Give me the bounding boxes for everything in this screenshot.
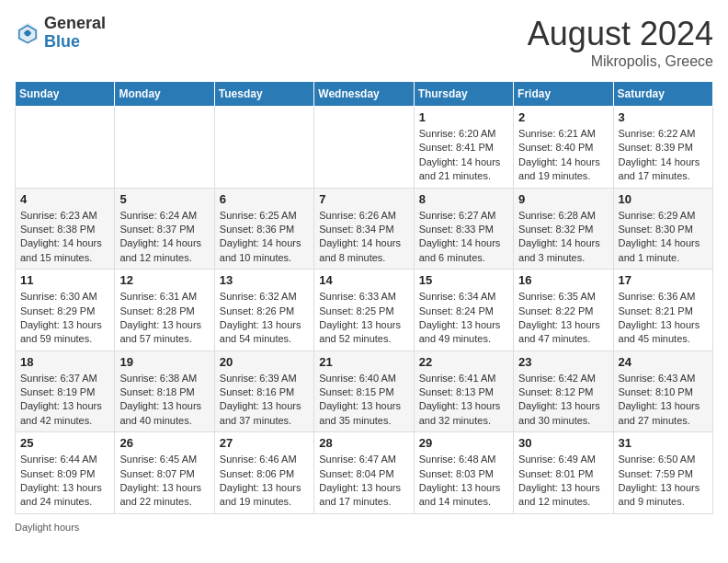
cell-date: 12 bbox=[119, 273, 209, 287]
calendar-cell: 9Sunrise: 6:28 AM Sunset: 8:32 PM Daylig… bbox=[514, 188, 613, 270]
calendar-cell: 1Sunrise: 6:20 AM Sunset: 8:41 PM Daylig… bbox=[414, 107, 513, 189]
cell-date: 1 bbox=[419, 110, 508, 124]
cell-date: 18 bbox=[20, 355, 109, 369]
calendar-cell: 26Sunrise: 6:45 AM Sunset: 8:07 PM Dayli… bbox=[115, 432, 214, 514]
cell-info: Sunrise: 6:49 AM Sunset: 8:01 PM Dayligh… bbox=[518, 453, 608, 510]
cell-info: Sunrise: 6:34 AM Sunset: 8:24 PM Dayligh… bbox=[419, 290, 508, 347]
week-row-5: 25Sunrise: 6:44 AM Sunset: 8:09 PM Dayli… bbox=[16, 432, 713, 514]
cell-date: 11 bbox=[20, 273, 109, 287]
cell-date: 14 bbox=[319, 273, 408, 287]
cell-date: 21 bbox=[319, 355, 408, 369]
calendar-cell bbox=[314, 107, 414, 189]
cell-date: 16 bbox=[518, 273, 608, 287]
week-row-4: 18Sunrise: 6:37 AM Sunset: 8:19 PM Dayli… bbox=[16, 350, 713, 432]
logo-icon bbox=[15, 20, 40, 46]
calendar-cell: 25Sunrise: 6:44 AM Sunset: 8:09 PM Dayli… bbox=[16, 432, 115, 514]
cell-info: Sunrise: 6:27 AM Sunset: 8:33 PM Dayligh… bbox=[419, 209, 508, 266]
cell-info: Sunrise: 6:42 AM Sunset: 8:12 PM Dayligh… bbox=[518, 372, 608, 429]
cell-date: 8 bbox=[419, 192, 508, 206]
cell-info: Sunrise: 6:32 AM Sunset: 8:26 PM Dayligh… bbox=[220, 290, 309, 347]
cell-date: 2 bbox=[518, 110, 608, 124]
title-block: August 2024 Mikropolis, Greece bbox=[528, 15, 713, 70]
cell-info: Sunrise: 6:45 AM Sunset: 8:07 PM Dayligh… bbox=[119, 453, 209, 510]
calendar-cell bbox=[214, 107, 313, 189]
calendar-cell: 15Sunrise: 6:34 AM Sunset: 8:24 PM Dayli… bbox=[414, 270, 513, 351]
cell-info: Sunrise: 6:21 AM Sunset: 8:40 PM Dayligh… bbox=[518, 127, 608, 184]
cell-info: Sunrise: 6:48 AM Sunset: 8:03 PM Dayligh… bbox=[419, 453, 508, 510]
calendar-cell: 10Sunrise: 6:29 AM Sunset: 8:30 PM Dayli… bbox=[613, 188, 712, 270]
cell-info: Sunrise: 6:22 AM Sunset: 8:39 PM Dayligh… bbox=[619, 127, 708, 184]
day-header-monday: Monday bbox=[115, 82, 214, 107]
cell-date: 4 bbox=[20, 192, 109, 206]
cell-date: 19 bbox=[119, 355, 209, 369]
calendar-cell: 4Sunrise: 6:23 AM Sunset: 8:38 PM Daylig… bbox=[16, 188, 115, 270]
calendar-cell: 16Sunrise: 6:35 AM Sunset: 8:22 PM Dayli… bbox=[514, 270, 613, 351]
calendar-cell: 11Sunrise: 6:30 AM Sunset: 8:29 PM Dayli… bbox=[16, 270, 115, 351]
calendar-cell: 28Sunrise: 6:47 AM Sunset: 8:04 PM Dayli… bbox=[314, 432, 414, 514]
week-row-3: 11Sunrise: 6:30 AM Sunset: 8:29 PM Dayli… bbox=[16, 270, 713, 351]
logo-blue: Blue bbox=[44, 33, 106, 52]
cell-info: Sunrise: 6:31 AM Sunset: 8:28 PM Dayligh… bbox=[119, 290, 209, 347]
cell-date: 27 bbox=[220, 436, 309, 450]
page-header: General Blue August 2024 Mikropolis, Gre… bbox=[15, 15, 713, 70]
cell-info: Sunrise: 6:50 AM Sunset: 7:59 PM Dayligh… bbox=[619, 453, 708, 510]
cell-info: Sunrise: 6:37 AM Sunset: 8:19 PM Dayligh… bbox=[20, 372, 109, 429]
calendar-cell: 8Sunrise: 6:27 AM Sunset: 8:33 PM Daylig… bbox=[414, 188, 513, 270]
calendar-cell: 14Sunrise: 6:33 AM Sunset: 8:25 PM Dayli… bbox=[314, 270, 414, 351]
cell-date: 7 bbox=[319, 192, 408, 206]
cell-date: 20 bbox=[220, 355, 309, 369]
day-header-thursday: Thursday bbox=[414, 82, 513, 107]
calendar-cell: 17Sunrise: 6:36 AM Sunset: 8:21 PM Dayli… bbox=[613, 270, 712, 351]
calendar-cell bbox=[16, 107, 115, 189]
calendar-cell: 7Sunrise: 6:26 AM Sunset: 8:34 PM Daylig… bbox=[314, 188, 414, 270]
calendar-cell: 27Sunrise: 6:46 AM Sunset: 8:06 PM Dayli… bbox=[214, 432, 313, 514]
calendar-cell: 30Sunrise: 6:49 AM Sunset: 8:01 PM Dayli… bbox=[514, 432, 613, 514]
cell-date: 29 bbox=[419, 436, 508, 450]
calendar-cell: 18Sunrise: 6:37 AM Sunset: 8:19 PM Dayli… bbox=[16, 350, 115, 432]
month-title: August 2024 bbox=[528, 15, 713, 53]
cell-date: 24 bbox=[619, 355, 708, 369]
cell-info: Sunrise: 6:40 AM Sunset: 8:15 PM Dayligh… bbox=[319, 372, 408, 429]
cell-date: 15 bbox=[419, 273, 508, 287]
location-title: Mikropolis, Greece bbox=[528, 53, 713, 70]
cell-info: Sunrise: 6:39 AM Sunset: 8:16 PM Dayligh… bbox=[220, 372, 309, 429]
cell-date: 6 bbox=[220, 192, 309, 206]
cell-info: Sunrise: 6:26 AM Sunset: 8:34 PM Dayligh… bbox=[319, 209, 408, 266]
cell-info: Sunrise: 6:44 AM Sunset: 8:09 PM Dayligh… bbox=[20, 453, 109, 510]
daylight-label: Daylight hours bbox=[15, 522, 79, 533]
calendar-cell: 3Sunrise: 6:22 AM Sunset: 8:39 PM Daylig… bbox=[613, 107, 712, 189]
cell-info: Sunrise: 6:47 AM Sunset: 8:04 PM Dayligh… bbox=[319, 453, 408, 510]
cell-date: 13 bbox=[220, 273, 309, 287]
calendar-cell: 24Sunrise: 6:43 AM Sunset: 8:10 PM Dayli… bbox=[613, 350, 712, 432]
day-header-sunday: Sunday bbox=[16, 82, 115, 107]
calendar-cell: 29Sunrise: 6:48 AM Sunset: 8:03 PM Dayli… bbox=[414, 432, 513, 514]
week-row-1: 1Sunrise: 6:20 AM Sunset: 8:41 PM Daylig… bbox=[16, 107, 713, 189]
day-header-friday: Friday bbox=[514, 82, 613, 107]
cell-info: Sunrise: 6:46 AM Sunset: 8:06 PM Dayligh… bbox=[220, 453, 309, 510]
cell-info: Sunrise: 6:36 AM Sunset: 8:21 PM Dayligh… bbox=[619, 290, 708, 347]
calendar-cell: 12Sunrise: 6:31 AM Sunset: 8:28 PM Dayli… bbox=[115, 270, 214, 351]
cell-date: 10 bbox=[619, 192, 708, 206]
cell-date: 30 bbox=[518, 436, 608, 450]
logo-general: General bbox=[44, 15, 106, 33]
cell-info: Sunrise: 6:35 AM Sunset: 8:22 PM Dayligh… bbox=[518, 290, 608, 347]
calendar-cell: 31Sunrise: 6:50 AM Sunset: 7:59 PM Dayli… bbox=[613, 432, 712, 514]
days-header-row: SundayMondayTuesdayWednesdayThursdayFrid… bbox=[16, 82, 713, 107]
calendar-cell: 6Sunrise: 6:25 AM Sunset: 8:36 PM Daylig… bbox=[214, 188, 313, 270]
calendar-cell: 5Sunrise: 6:24 AM Sunset: 8:37 PM Daylig… bbox=[115, 188, 214, 270]
cell-date: 26 bbox=[119, 436, 209, 450]
calendar-cell bbox=[115, 107, 214, 189]
cell-date: 5 bbox=[119, 192, 209, 206]
cell-info: Sunrise: 6:25 AM Sunset: 8:36 PM Dayligh… bbox=[220, 209, 309, 266]
cell-info: Sunrise: 6:24 AM Sunset: 8:37 PM Dayligh… bbox=[119, 209, 209, 266]
cell-date: 9 bbox=[518, 192, 608, 206]
calendar-cell: 13Sunrise: 6:32 AM Sunset: 8:26 PM Dayli… bbox=[214, 270, 313, 351]
day-header-wednesday: Wednesday bbox=[314, 82, 414, 107]
cell-info: Sunrise: 6:43 AM Sunset: 8:10 PM Dayligh… bbox=[619, 372, 708, 429]
calendar-cell: 20Sunrise: 6:39 AM Sunset: 8:16 PM Dayli… bbox=[214, 350, 313, 432]
cell-info: Sunrise: 6:20 AM Sunset: 8:41 PM Dayligh… bbox=[419, 127, 508, 184]
week-row-2: 4Sunrise: 6:23 AM Sunset: 8:38 PM Daylig… bbox=[16, 188, 713, 270]
calendar-cell: 21Sunrise: 6:40 AM Sunset: 8:15 PM Dayli… bbox=[314, 350, 414, 432]
logo: General Blue bbox=[15, 15, 106, 52]
cell-info: Sunrise: 6:28 AM Sunset: 8:32 PM Dayligh… bbox=[518, 209, 608, 266]
